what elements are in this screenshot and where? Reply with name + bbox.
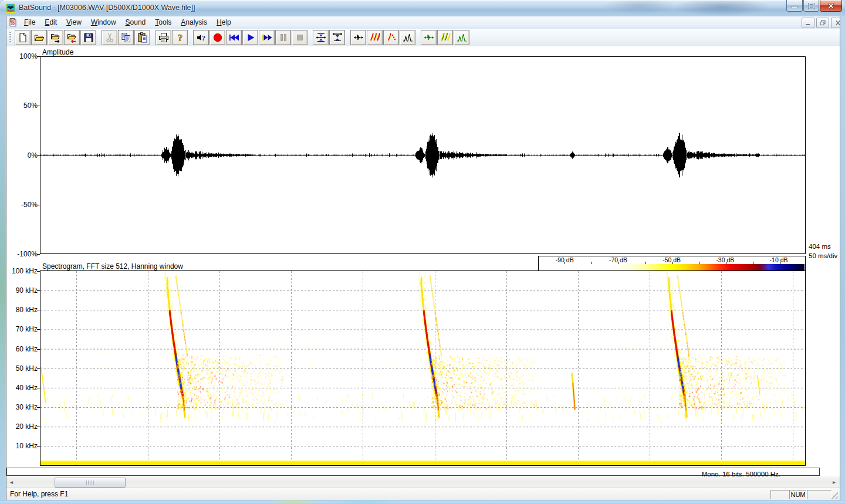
fast-forward-button[interactable] <box>259 30 275 45</box>
menu-item-help[interactable]: Help <box>212 16 236 29</box>
amplitude-axis-label: -50% <box>11 201 38 209</box>
title-bar[interactable]: BatSound - [M03006.WAV [D500X/D1000X Wav… <box>0 0 845 16</box>
increase-amplitude-scale-button[interactable] <box>313 30 329 45</box>
print-button[interactable] <box>156 30 171 45</box>
frequency-axis-label: 70 kHz <box>11 325 38 333</box>
cut-icon <box>104 32 116 43</box>
sound-settings-icon: ? <box>195 32 207 43</box>
frequency-axis-label: 80 kHz <box>11 306 38 314</box>
window-inner-edge-right <box>840 16 840 500</box>
frequency-axis-tick <box>37 271 40 272</box>
live-spectrogram-view-icon <box>440 32 451 43</box>
new-file-icon <box>17 32 29 43</box>
rewind-icon <box>228 32 240 43</box>
svg-text:?: ? <box>201 33 205 42</box>
scrollbar-grip-icon <box>86 481 94 485</box>
open-next-file-icon <box>50 32 62 43</box>
svg-text:SD: SD <box>11 22 15 25</box>
spectrogram-canvas[interactable] <box>40 271 805 465</box>
db-scale-label: -70 dB <box>600 256 636 263</box>
rewind-button[interactable] <box>226 30 242 45</box>
menu-item-tools[interactable]: Tools <box>150 16 176 29</box>
menu-item-analysis[interactable]: Analysis <box>176 16 212 29</box>
document-area: Amplitude 100%50%0%-50%-100% 404 ms 50 m… <box>6 46 840 488</box>
toolbar-grip[interactable] <box>9 32 11 43</box>
toolbar: ?? <box>6 29 840 47</box>
batsound-window: BatSound - [M03006.WAV [D500X/D1000X Wav… <box>0 0 845 504</box>
power-spectrum-view-icon <box>402 32 414 43</box>
menu-item-sound[interactable]: Sound <box>121 16 151 29</box>
window-border-bottom <box>0 500 845 504</box>
amplitude-axis-tick <box>37 56 40 57</box>
frequency-axis-tick <box>37 290 40 291</box>
db-scale: -90 dB-70 dB-50 dB-30 dB-10 dB <box>538 256 806 272</box>
scrollbar-thumb[interactable] <box>55 478 126 488</box>
scroll-right-arrow-icon[interactable]: ▸ <box>829 476 839 488</box>
play-icon <box>245 32 256 43</box>
live-spectrum-view-button[interactable] <box>454 30 469 45</box>
status-panel-num: NUM <box>789 490 807 499</box>
status-panel-left <box>770 490 789 499</box>
stop-icon <box>294 32 306 43</box>
copy-button[interactable] <box>118 30 134 45</box>
mdi-minimize-button[interactable] <box>802 18 814 28</box>
file-info-bar: Mono, 16 bits, 500000 Hz. <box>6 468 820 476</box>
frequency-axis-label: 60 kHz <box>11 345 38 353</box>
window-inner-edge-left <box>6 16 6 500</box>
amplitude-axis-tick <box>37 254 40 255</box>
db-scale-label: -50 dB <box>654 256 689 263</box>
status-bar: For Help, press F1 NUM <box>6 488 840 500</box>
record-icon <box>212 32 224 43</box>
menu-item-edit[interactable]: Edit <box>40 16 62 29</box>
maximize-button[interactable] <box>803 0 819 12</box>
time-scale-readout: 50 ms/div <box>809 252 837 259</box>
spectrogram-cursor-view-button[interactable] <box>383 30 399 45</box>
waveform-plot[interactable] <box>40 56 806 254</box>
db-scale-label: -90 dB <box>547 256 582 263</box>
amplitude-axis-label: 50% <box>11 102 38 110</box>
help-button[interactable]: ? <box>172 30 188 45</box>
new-file-button[interactable] <box>15 30 31 45</box>
spectrogram-cursor-view-icon <box>386 32 397 43</box>
decrease-amplitude-scale-button[interactable] <box>329 30 345 45</box>
open-file-button[interactable] <box>31 30 47 45</box>
live-waveform-view-button[interactable] <box>421 30 437 45</box>
waveform-canvas[interactable] <box>40 57 805 253</box>
power-spectrum-view-button[interactable] <box>400 30 415 45</box>
live-spectrogram-view-button[interactable] <box>437 30 453 45</box>
menu-item-window[interactable]: Window <box>86 16 121 29</box>
frequency-axis-label: 40 kHz <box>11 384 38 392</box>
frequency-axis-tick <box>37 427 40 427</box>
mdi-buttons <box>800 18 845 28</box>
minimize-button[interactable] <box>786 0 803 12</box>
time-readout: 404 ms <box>809 243 831 250</box>
frequency-axis-label: 90 kHz <box>11 286 38 295</box>
decrease-amplitude-scale-icon <box>332 32 343 43</box>
open-next-file-button[interactable] <box>48 30 63 45</box>
amplitude-axis-label: 100% <box>11 52 38 60</box>
print-icon <box>158 32 170 43</box>
mdi-restore-button[interactable] <box>816 18 829 28</box>
scroll-left-arrow-icon[interactable]: ◂ <box>6 476 16 488</box>
menu-item-view[interactable]: View <box>62 16 86 29</box>
menu-bar: BATSD FileEditViewWindowSoundToolsAnalys… <box>6 16 840 29</box>
save-file-icon <box>83 32 94 43</box>
sound-settings-button[interactable]: ? <box>193 30 209 45</box>
open-previous-file-button[interactable] <box>64 30 80 45</box>
menu-item-file[interactable]: File <box>19 16 40 29</box>
horizontal-scrollbar[interactable]: ◂ ▸ <box>6 476 840 488</box>
stop-button <box>292 30 307 45</box>
save-file-button[interactable] <box>80 30 96 45</box>
waveform-view-button[interactable] <box>350 30 366 45</box>
frequency-axis-label: 30 kHz <box>11 403 38 411</box>
spectrogram-plot[interactable] <box>40 270 806 466</box>
menu-items: FileEditViewWindowSoundToolsAnalysisHelp <box>19 16 236 29</box>
paste-button[interactable] <box>134 30 150 45</box>
spectrogram-view-button[interactable] <box>367 30 383 45</box>
amplitude-panel-label: Amplitude <box>42 48 73 56</box>
record-button[interactable] <box>209 30 225 45</box>
frequency-axis-tick <box>37 388 40 388</box>
play-button[interactable] <box>242 30 258 45</box>
help-icon: ? <box>174 32 186 43</box>
close-button[interactable] <box>820 0 842 12</box>
